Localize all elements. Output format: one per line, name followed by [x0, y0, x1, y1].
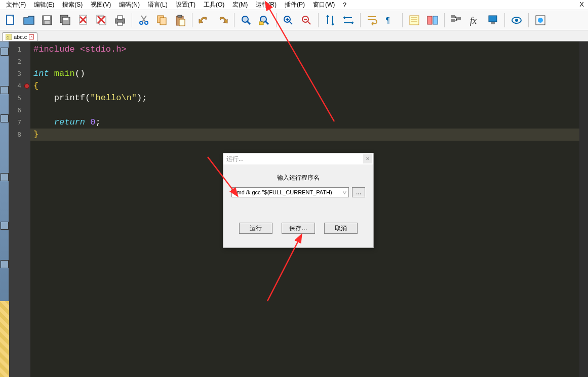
close-file-icon[interactable]: [75, 12, 92, 29]
line-number: 4: [9, 80, 23, 92]
sidebar-panel-icon[interactable]: [1, 48, 9, 56]
new-file-icon[interactable]: [2, 12, 19, 29]
svg-point-37: [515, 19, 518, 22]
fold-marker-icon[interactable]: [24, 83, 29, 89]
dialog-title: 运行...: [226, 155, 244, 163]
svg-rect-19: [178, 15, 182, 17]
dialog-label: 输入运行程序名: [231, 174, 365, 182]
svg-rect-30: [451, 15, 455, 18]
svg-rect-35: [491, 22, 495, 24]
menu-view[interactable]: 视图(V): [87, 0, 115, 10]
sidebar-panel-icon[interactable]: [1, 86, 9, 94]
svg-rect-23: [259, 22, 263, 25]
menu-help[interactable]: ?: [339, 1, 350, 10]
dialog-close-button[interactable]: ✕: [363, 154, 372, 163]
function-list-icon[interactable]: fx: [466, 12, 483, 29]
left-sidebar: [0, 41, 9, 377]
show-chars-icon[interactable]: ¶: [382, 12, 399, 29]
paste-icon[interactable]: [172, 12, 189, 29]
line-number: 5: [9, 92, 23, 104]
record-icon[interactable]: [532, 12, 549, 29]
run-button[interactable]: 运行: [239, 223, 272, 234]
menu-run[interactable]: 运行(R): [252, 0, 281, 10]
svg-rect-29: [433, 16, 438, 24]
menubar: 文件(F) 编辑(E) 搜索(S) 视图(V) 编码(N) 语言(L) 设置(T…: [0, 0, 588, 10]
sidebar-panel-icon[interactable]: [1, 260, 9, 268]
browse-button[interactable]: ...: [352, 187, 365, 197]
save-button[interactable]: 保存…: [282, 223, 315, 234]
cancel-button[interactable]: 取消: [324, 223, 358, 234]
svg-text:fx: fx: [470, 16, 477, 26]
line-number: 8: [9, 129, 23, 141]
command-combobox[interactable]: cmd /k gcc "$(FULL_CURRENT_PATH) ▽: [231, 187, 349, 197]
svg-rect-12: [117, 16, 123, 19]
tab-close-icon[interactable]: ×: [29, 34, 34, 39]
tabbar: c abc.c ×: [0, 30, 588, 41]
dialog-titlebar[interactable]: 运行... ✕: [223, 153, 373, 164]
print-icon[interactable]: [111, 12, 129, 29]
monitor-icon[interactable]: [508, 12, 525, 29]
cut-icon[interactable]: [135, 12, 152, 29]
svg-rect-17: [160, 18, 166, 25]
sync-h-icon[interactable]: [340, 12, 357, 29]
line-number: 3: [9, 68, 23, 80]
zoom-in-icon[interactable]: [280, 12, 297, 29]
wordwrap-icon[interactable]: [364, 12, 381, 29]
c-file-icon: c: [6, 34, 12, 40]
svg-rect-34: [489, 16, 497, 22]
svg-rect-28: [427, 16, 432, 24]
lang-icon[interactable]: [424, 12, 441, 29]
close-all-icon[interactable]: [93, 12, 110, 29]
sidebar-panel-icon[interactable]: [1, 114, 9, 122]
open-file-icon[interactable]: [20, 12, 37, 29]
svg-rect-20: [179, 19, 185, 26]
menu-settings[interactable]: 设置(T): [172, 0, 200, 10]
folder-tree-icon[interactable]: [448, 12, 465, 29]
svg-rect-31: [451, 19, 455, 22]
sidebar-panel-icon[interactable]: [1, 222, 9, 230]
menu-plugins[interactable]: 插件(P): [281, 0, 309, 10]
line-number-gutter: 1 2 3 4 5 6 7 8: [9, 41, 23, 377]
file-tab[interactable]: c abc.c ×: [2, 32, 37, 41]
line-number: 7: [9, 116, 23, 129]
line-number: 6: [9, 104, 23, 116]
svg-rect-13: [117, 22, 123, 25]
menu-window[interactable]: 窗口(W): [309, 0, 339, 10]
redo-icon[interactable]: [214, 12, 231, 29]
svg-rect-4: [45, 21, 50, 24]
menu-macro[interactable]: 宏(M): [228, 0, 252, 10]
fold-margin: [23, 41, 30, 377]
zoom-out-icon[interactable]: [298, 12, 315, 29]
line-number: 2: [9, 56, 23, 68]
vertical-scrollbar[interactable]: [579, 41, 588, 377]
menu-search[interactable]: 搜索(S): [58, 0, 87, 10]
menu-language[interactable]: 语言(L): [144, 0, 172, 10]
run-dialog: 运行... ✕ 输入运行程序名 cmd /k gcc "$(FULL_CURRE…: [223, 153, 374, 248]
sidebar-panel-icon[interactable]: [1, 173, 9, 181]
save-icon[interactable]: [38, 12, 56, 29]
window-close-icon[interactable]: X: [579, 1, 584, 8]
toolbar: ¶ fx: [0, 10, 588, 30]
chevron-down-icon: ▽: [343, 190, 346, 195]
sync-v-icon[interactable]: [322, 12, 339, 29]
menu-tools[interactable]: 工具(O): [200, 0, 228, 10]
command-text: cmd /k gcc "$(FULL_CURRENT_PATH): [234, 189, 332, 195]
find-icon[interactable]: [238, 12, 255, 29]
svg-text:¶: ¶: [386, 16, 390, 24]
svg-rect-7: [63, 18, 68, 20]
svg-rect-32: [457, 17, 461, 20]
tab-filename: abc.c: [14, 34, 27, 40]
undo-icon[interactable]: [195, 12, 213, 29]
save-all-icon[interactable]: [57, 12, 74, 29]
indent-guide-icon[interactable]: [406, 12, 423, 29]
menu-file[interactable]: 文件(F): [2, 0, 30, 10]
menu-encoding[interactable]: 编码(N): [115, 0, 144, 10]
replace-icon[interactable]: [256, 12, 273, 29]
svg-rect-3: [44, 16, 50, 20]
svg-point-39: [538, 18, 543, 23]
doc-map-icon[interactable]: [484, 12, 501, 29]
copy-icon[interactable]: [153, 12, 171, 29]
svg-text:c: c: [7, 35, 9, 39]
svg-rect-27: [410, 16, 419, 25]
menu-edit[interactable]: 编辑(E): [30, 0, 58, 10]
